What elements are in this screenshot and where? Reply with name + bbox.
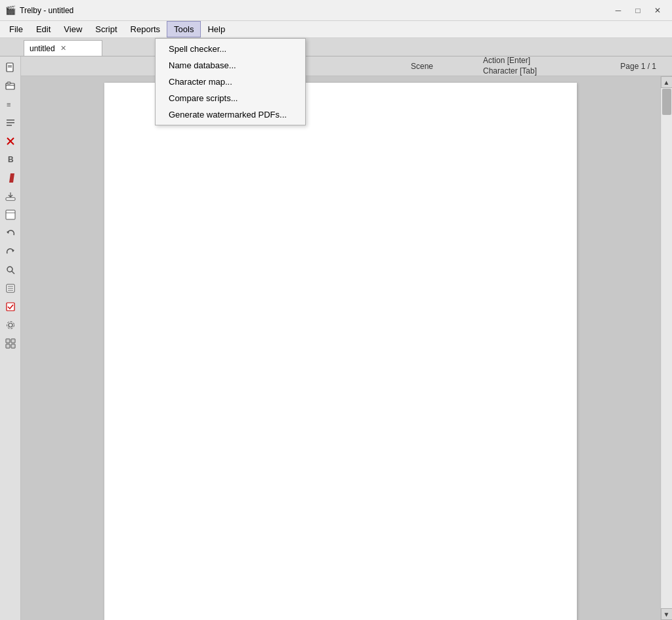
app-title: Trelby - untitled bbox=[20, 6, 74, 15]
scroll-up-arrow[interactable]: ▲ bbox=[661, 76, 673, 88]
svg-rect-4 bbox=[7, 82, 10, 84]
svg-rect-6 bbox=[7, 120, 14, 121]
close-button[interactable]: ✕ bbox=[648, 3, 667, 18]
tool-export3[interactable] bbox=[2, 335, 19, 352]
left-toolbar: ≡ B bbox=[0, 56, 21, 620]
svg-text:B: B bbox=[8, 155, 14, 164]
col-scene-header: Scene bbox=[411, 62, 483, 71]
main-layout: ≡ B bbox=[0, 56, 672, 620]
menu-name-database[interactable]: Name database... bbox=[156, 57, 305, 74]
col-page-header: Page 1 / 1 bbox=[620, 62, 656, 71]
menu-help[interactable]: Help bbox=[201, 21, 232, 37]
scroll-down-arrow[interactable]: ▼ bbox=[661, 608, 673, 620]
column-headers: Scene Action [Enter] Character [Tab] Pag… bbox=[21, 56, 672, 76]
menu-spell-checker[interactable]: Spell checker... bbox=[156, 41, 305, 57]
minimize-button[interactable]: ─ bbox=[609, 3, 627, 18]
scroll-thumb[interactable] bbox=[662, 89, 671, 115]
svg-point-25 bbox=[9, 323, 12, 327]
title-bar-left: 🎬 Trelby - untitled bbox=[5, 5, 74, 16]
tool-new[interactable] bbox=[2, 59, 19, 76]
svg-point-18 bbox=[7, 267, 12, 272]
svg-rect-24 bbox=[7, 303, 14, 311]
tool-settings[interactable] bbox=[2, 317, 19, 334]
menu-view[interactable]: View bbox=[57, 21, 89, 37]
tool-italic[interactable] bbox=[2, 169, 19, 187]
maximize-button[interactable]: □ bbox=[629, 3, 647, 18]
menu-character-map[interactable]: Character map... bbox=[156, 74, 305, 90]
svg-point-26 bbox=[7, 322, 14, 329]
tab-bar: untitled ✕ bbox=[0, 38, 672, 56]
svg-rect-8 bbox=[7, 125, 12, 126]
menu-tools[interactable]: Tools bbox=[167, 21, 201, 37]
app-icon: 🎬 bbox=[5, 5, 16, 16]
tool-export1[interactable] bbox=[2, 188, 19, 205]
tools-dropdown: Spell checker... Name database... Charac… bbox=[155, 38, 306, 125]
svg-rect-27 bbox=[6, 339, 10, 343]
tool-format2[interactable] bbox=[2, 114, 19, 131]
tool-format1[interactable]: ≡ bbox=[2, 96, 19, 113]
menu-generate-watermarked[interactable]: Generate watermarked PDFs... bbox=[156, 106, 305, 123]
svg-rect-13 bbox=[6, 198, 15, 200]
title-bar: 🎬 Trelby - untitled ─ □ ✕ bbox=[0, 0, 672, 21]
svg-marker-17 bbox=[12, 249, 14, 252]
tab-label: untitled bbox=[30, 44, 55, 53]
svg-rect-28 bbox=[11, 339, 15, 343]
scroll-track[interactable] bbox=[662, 88, 672, 608]
menu-edit[interactable]: Edit bbox=[30, 21, 57, 37]
window-controls: ─ □ ✕ bbox=[609, 3, 667, 18]
svg-rect-14 bbox=[6, 210, 15, 219]
svg-rect-7 bbox=[7, 122, 14, 123]
svg-line-19 bbox=[12, 271, 14, 274]
menu-reports[interactable]: Reports bbox=[124, 21, 167, 37]
tool-open[interactable] bbox=[2, 78, 19, 95]
tool-delete[interactable] bbox=[2, 133, 19, 150]
svg-marker-12 bbox=[9, 173, 14, 183]
svg-rect-29 bbox=[6, 344, 10, 348]
tool-search[interactable] bbox=[2, 261, 19, 278]
svg-marker-16 bbox=[7, 231, 9, 234]
tool-export2[interactable] bbox=[2, 206, 19, 223]
script-page[interactable] bbox=[104, 83, 577, 620]
script-page-area[interactable] bbox=[21, 76, 660, 620]
tool-bold[interactable]: B bbox=[2, 151, 19, 168]
menu-script[interactable]: Script bbox=[89, 21, 123, 37]
tool-check[interactable] bbox=[2, 298, 19, 315]
svg-rect-30 bbox=[11, 344, 15, 348]
col-action-header: Action [Enter] Character [Tab] bbox=[483, 56, 620, 76]
tab-untitled[interactable]: untitled ✕ bbox=[24, 40, 102, 56]
tab-close-button[interactable]: ✕ bbox=[59, 44, 68, 53]
menu-file[interactable]: File bbox=[3, 21, 30, 37]
menu-compare-scripts[interactable]: Compare scripts... bbox=[156, 90, 305, 106]
tool-list[interactable] bbox=[2, 280, 19, 297]
svg-text:≡: ≡ bbox=[7, 100, 10, 108]
script-area: ▲ ▼ bbox=[21, 76, 672, 620]
tool-redo[interactable] bbox=[2, 243, 19, 260]
menu-bar: File Edit View Script Reports Tools Help… bbox=[0, 21, 672, 38]
content-area: Scene Action [Enter] Character [Tab] Pag… bbox=[21, 56, 672, 620]
right-scrollbar: ▲ ▼ bbox=[660, 76, 672, 620]
tool-undo[interactable] bbox=[2, 225, 19, 242]
